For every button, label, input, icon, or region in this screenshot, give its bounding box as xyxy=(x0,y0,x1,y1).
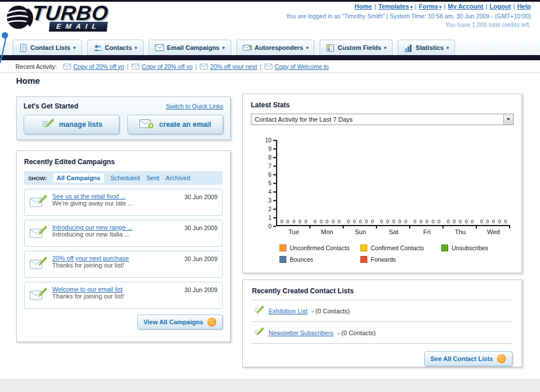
campaign-subtitle: Thanks for joining our list! xyxy=(52,293,124,300)
bar-value-label: 0 xyxy=(471,219,473,224)
bar-group: 00000 xyxy=(444,219,477,224)
tab-contacts[interactable]: Contacts ▾ xyxy=(87,40,143,55)
top-link-logout[interactable]: Logout xyxy=(490,3,511,10)
separator: | xyxy=(415,3,417,10)
filter-sent[interactable]: Sent xyxy=(146,174,160,181)
bar-value-label: 0 xyxy=(459,219,461,224)
top-link-templates[interactable]: Templates▾ xyxy=(378,3,413,10)
filter-all-campaigns[interactable]: All Campaigns xyxy=(53,173,104,183)
legend-label: Unconfirmed Contacts xyxy=(290,244,349,251)
recent-activity-item: 20% off your next xyxy=(200,63,257,70)
bar-value-label: 0 xyxy=(386,219,389,224)
switch-to-quick-links-link[interactable]: Switch to Quick Links xyxy=(166,103,223,110)
y-tick: 4 xyxy=(268,189,276,195)
button-label: create an email xyxy=(159,121,211,129)
view-all-campaigns-button[interactable]: View All Campaigns → xyxy=(137,315,223,329)
tab-label: Contact Lists xyxy=(30,44,71,51)
tab-label: Statistics xyxy=(415,44,444,51)
campaign-title-link[interactable]: Introducing our new range ... xyxy=(52,224,180,231)
tab-statistics[interactable]: Statistics ▾ xyxy=(398,40,455,55)
create-email-button[interactable]: create an email xyxy=(127,115,223,134)
bar-value-label: 0 xyxy=(446,219,449,224)
edit-envelope-icon xyxy=(29,255,48,274)
top-link-label: Forms xyxy=(419,3,438,10)
pencil-icon xyxy=(41,118,55,132)
campaign-title-link[interactable]: Welcome to our email list xyxy=(52,286,180,293)
bar-value-label: 0 xyxy=(325,219,328,224)
y-tick: 7 xyxy=(268,163,276,169)
recent-activity-link[interactable]: Copy of 20% off yo xyxy=(73,63,125,70)
recent-activity-item: Copy of Welcome to xyxy=(265,63,329,70)
x-axis-label: Sat xyxy=(377,228,410,235)
chart-legend: Unconfirmed ContactsConfirmed ContactsUn… xyxy=(279,244,514,263)
top-link-forms[interactable]: Forms▾ xyxy=(419,3,442,10)
chart-bar-groups: 00000000000000000000000000000000000 xyxy=(277,219,510,224)
bar-value-label: 0 xyxy=(492,219,495,224)
tab-custom-fields[interactable]: Custom Fields ▾ xyxy=(320,40,393,55)
separator: | xyxy=(444,3,445,10)
top-link-my-account[interactable]: My Account xyxy=(448,3,483,10)
tab-email-campaigns[interactable]: Email Campaigns ▾ xyxy=(149,40,231,55)
top-link-home[interactable]: Home xyxy=(355,3,372,10)
contact-list-link[interactable]: Exhibition List xyxy=(269,308,308,315)
bar-value-label: 0 xyxy=(437,219,440,224)
dropdown-arrow-icon: ▾ xyxy=(384,45,386,51)
filter-scheduled[interactable]: Scheduled xyxy=(110,174,140,181)
contact-list-link[interactable]: Newsletter Subscribers xyxy=(269,329,333,336)
envelope-icon xyxy=(200,64,208,69)
arrow-glyph: → xyxy=(209,319,215,325)
bar-value-label: 0 xyxy=(347,219,349,224)
bar-value-label: 0 xyxy=(380,219,383,224)
recent-campaigns-panel: Recently Edited Campaigns SHOW: All Camp… xyxy=(16,150,231,342)
stats-period-select[interactable]: Contact Activity for the Last 7 Days xyxy=(251,114,514,125)
top-link-help[interactable]: Help xyxy=(517,3,531,10)
campaign-date: 30 Jun 2009 xyxy=(184,224,217,243)
campaign-title-link[interactable]: 20% off your next purchase xyxy=(52,255,180,262)
bar-group: 00000 xyxy=(410,219,444,224)
separator: | xyxy=(374,3,376,10)
app-logo[interactable]: TURBO EMAIL xyxy=(5,3,108,32)
legend-item: Unconfirmed Contacts xyxy=(279,244,360,251)
dropdown-arrow-icon: ▾ xyxy=(439,5,441,10)
login-info: You are logged in as "Timothy Smith" | S… xyxy=(286,13,531,20)
decoration-line xyxy=(0,38,8,64)
edit-envelope-icon xyxy=(29,286,48,305)
pencil-icon xyxy=(253,327,265,339)
recent-activity-bar: Recent Activity: Copy of 20% off yo | Co… xyxy=(0,60,540,73)
button-label: See All Contact Lists xyxy=(430,355,493,362)
tab-contact-lists[interactable]: Contact Lists ▾ xyxy=(13,40,82,55)
recent-activity-link[interactable]: Copy of Welcome to xyxy=(275,63,329,70)
tab-label: Autoresponders xyxy=(255,44,304,51)
bar-group: 00000 xyxy=(310,219,344,224)
recent-activity-link[interactable]: 20% off your next xyxy=(210,63,257,70)
campaign-title-link[interactable]: See us at the retail food ... xyxy=(52,193,180,200)
recent-activity-item: Copy of 20% off yo xyxy=(131,63,193,70)
legend-swatch xyxy=(441,244,448,251)
nav-divider-bar xyxy=(0,55,540,60)
campaign-date: 30 Jun 2009 xyxy=(184,255,217,274)
legend-swatch xyxy=(279,256,286,263)
bar-value-label: 0 xyxy=(320,219,323,224)
legend-item: Unsubscribes xyxy=(441,244,514,251)
arrow-glyph: → xyxy=(499,356,504,362)
recent-activity-label: Recent Activity: xyxy=(15,63,57,70)
separator: | xyxy=(513,3,515,10)
chart-y-axis: 012345678910 xyxy=(259,140,276,226)
arrow-right-icon: → xyxy=(497,354,506,363)
bar-value-label: 0 xyxy=(332,219,335,224)
get-started-panel: Let's Get Started Switch to Quick Links … xyxy=(16,96,231,140)
campaign-item: Welcome to our email list Thanks for joi… xyxy=(24,282,223,309)
x-axis-label: Thu xyxy=(444,228,477,235)
see-all-contact-lists-button[interactable]: See All Contact Lists → xyxy=(424,351,512,366)
campaign-date: 30 Jun 2009 xyxy=(184,193,217,212)
bar-value-label: 0 xyxy=(353,219,356,224)
campaign-item: Introducing our new range ... Introducin… xyxy=(24,220,223,247)
bar-value-label: 0 xyxy=(313,219,316,224)
page-title: Home xyxy=(16,76,40,86)
get-started-title: Let's Get Started xyxy=(24,102,79,110)
manage-lists-button[interactable]: manage lists xyxy=(24,115,119,134)
filter-archived[interactable]: Archived xyxy=(166,174,191,181)
y-tick: 0 xyxy=(268,223,276,230)
tab-autoresponders[interactable]: Autoresponders ▾ xyxy=(236,40,315,55)
recent-activity-link[interactable]: Copy of 20% off yo xyxy=(142,63,193,70)
